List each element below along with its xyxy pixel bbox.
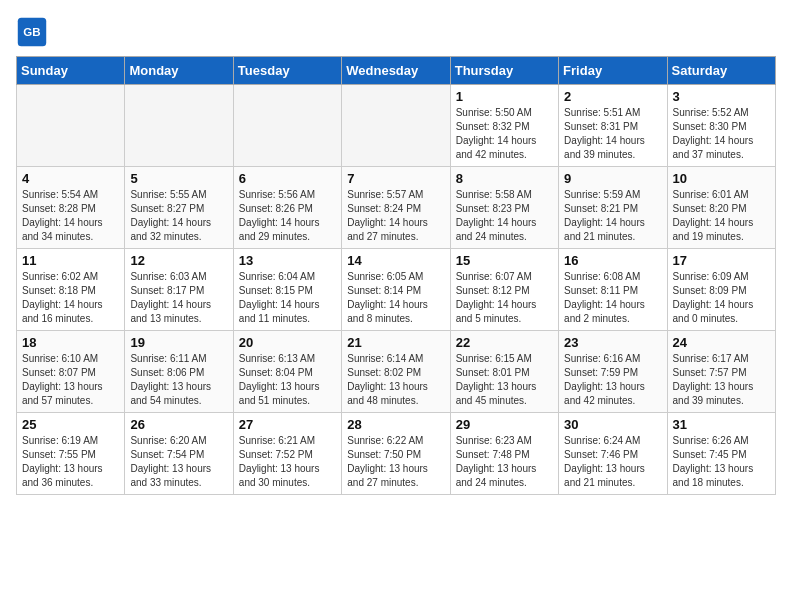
day-info: Sunrise: 5:57 AMSunset: 8:24 PMDaylight:… [347, 188, 444, 244]
week-row-1: 4Sunrise: 5:54 AMSunset: 8:28 PMDaylight… [17, 167, 776, 249]
day-number: 2 [564, 89, 661, 104]
day-info: Sunrise: 6:16 AMSunset: 7:59 PMDaylight:… [564, 352, 661, 408]
calendar-cell: 30Sunrise: 6:24 AMSunset: 7:46 PMDayligh… [559, 413, 667, 495]
day-info: Sunrise: 6:24 AMSunset: 7:46 PMDaylight:… [564, 434, 661, 490]
calendar-cell: 21Sunrise: 6:14 AMSunset: 8:02 PMDayligh… [342, 331, 450, 413]
day-info: Sunrise: 6:01 AMSunset: 8:20 PMDaylight:… [673, 188, 770, 244]
calendar-cell: 7Sunrise: 5:57 AMSunset: 8:24 PMDaylight… [342, 167, 450, 249]
day-number: 14 [347, 253, 444, 268]
calendar-cell [233, 85, 341, 167]
day-number: 1 [456, 89, 553, 104]
calendar-cell: 12Sunrise: 6:03 AMSunset: 8:17 PMDayligh… [125, 249, 233, 331]
day-info: Sunrise: 6:04 AMSunset: 8:15 PMDaylight:… [239, 270, 336, 326]
calendar-cell: 25Sunrise: 6:19 AMSunset: 7:55 PMDayligh… [17, 413, 125, 495]
weekday-wednesday: Wednesday [342, 57, 450, 85]
day-number: 23 [564, 335, 661, 350]
calendar-cell: 20Sunrise: 6:13 AMSunset: 8:04 PMDayligh… [233, 331, 341, 413]
weekday-thursday: Thursday [450, 57, 558, 85]
day-info: Sunrise: 5:50 AMSunset: 8:32 PMDaylight:… [456, 106, 553, 162]
day-number: 3 [673, 89, 770, 104]
day-number: 31 [673, 417, 770, 432]
calendar-cell: 11Sunrise: 6:02 AMSunset: 8:18 PMDayligh… [17, 249, 125, 331]
week-row-3: 18Sunrise: 6:10 AMSunset: 8:07 PMDayligh… [17, 331, 776, 413]
day-number: 17 [673, 253, 770, 268]
day-number: 15 [456, 253, 553, 268]
day-info: Sunrise: 5:59 AMSunset: 8:21 PMDaylight:… [564, 188, 661, 244]
calendar: SundayMondayTuesdayWednesdayThursdayFrid… [16, 56, 776, 495]
calendar-cell: 18Sunrise: 6:10 AMSunset: 8:07 PMDayligh… [17, 331, 125, 413]
day-number: 9 [564, 171, 661, 186]
weekday-tuesday: Tuesday [233, 57, 341, 85]
day-info: Sunrise: 6:09 AMSunset: 8:09 PMDaylight:… [673, 270, 770, 326]
logo: GB [16, 16, 52, 48]
day-number: 21 [347, 335, 444, 350]
day-number: 4 [22, 171, 119, 186]
weekday-friday: Friday [559, 57, 667, 85]
day-info: Sunrise: 5:52 AMSunset: 8:30 PMDaylight:… [673, 106, 770, 162]
day-number: 24 [673, 335, 770, 350]
day-number: 16 [564, 253, 661, 268]
weekday-header: SundayMondayTuesdayWednesdayThursdayFrid… [17, 57, 776, 85]
day-number: 5 [130, 171, 227, 186]
week-row-4: 25Sunrise: 6:19 AMSunset: 7:55 PMDayligh… [17, 413, 776, 495]
day-info: Sunrise: 5:54 AMSunset: 8:28 PMDaylight:… [22, 188, 119, 244]
day-info: Sunrise: 5:51 AMSunset: 8:31 PMDaylight:… [564, 106, 661, 162]
calendar-cell: 23Sunrise: 6:16 AMSunset: 7:59 PMDayligh… [559, 331, 667, 413]
day-number: 8 [456, 171, 553, 186]
calendar-cell: 9Sunrise: 5:59 AMSunset: 8:21 PMDaylight… [559, 167, 667, 249]
calendar-cell: 13Sunrise: 6:04 AMSunset: 8:15 PMDayligh… [233, 249, 341, 331]
calendar-cell [125, 85, 233, 167]
weekday-sunday: Sunday [17, 57, 125, 85]
day-info: Sunrise: 6:07 AMSunset: 8:12 PMDaylight:… [456, 270, 553, 326]
week-row-0: 1Sunrise: 5:50 AMSunset: 8:32 PMDaylight… [17, 85, 776, 167]
day-info: Sunrise: 6:11 AMSunset: 8:06 PMDaylight:… [130, 352, 227, 408]
day-info: Sunrise: 5:56 AMSunset: 8:26 PMDaylight:… [239, 188, 336, 244]
calendar-body: 1Sunrise: 5:50 AMSunset: 8:32 PMDaylight… [17, 85, 776, 495]
calendar-cell: 10Sunrise: 6:01 AMSunset: 8:20 PMDayligh… [667, 167, 775, 249]
day-number: 19 [130, 335, 227, 350]
calendar-cell: 24Sunrise: 6:17 AMSunset: 7:57 PMDayligh… [667, 331, 775, 413]
calendar-cell: 1Sunrise: 5:50 AMSunset: 8:32 PMDaylight… [450, 85, 558, 167]
day-info: Sunrise: 6:21 AMSunset: 7:52 PMDaylight:… [239, 434, 336, 490]
calendar-cell: 22Sunrise: 6:15 AMSunset: 8:01 PMDayligh… [450, 331, 558, 413]
day-info: Sunrise: 6:02 AMSunset: 8:18 PMDaylight:… [22, 270, 119, 326]
header: GB [16, 16, 776, 48]
calendar-cell: 27Sunrise: 6:21 AMSunset: 7:52 PMDayligh… [233, 413, 341, 495]
day-info: Sunrise: 6:10 AMSunset: 8:07 PMDaylight:… [22, 352, 119, 408]
day-info: Sunrise: 5:58 AMSunset: 8:23 PMDaylight:… [456, 188, 553, 244]
day-number: 13 [239, 253, 336, 268]
day-number: 22 [456, 335, 553, 350]
day-number: 11 [22, 253, 119, 268]
weekday-saturday: Saturday [667, 57, 775, 85]
day-number: 27 [239, 417, 336, 432]
calendar-cell: 17Sunrise: 6:09 AMSunset: 8:09 PMDayligh… [667, 249, 775, 331]
day-info: Sunrise: 5:55 AMSunset: 8:27 PMDaylight:… [130, 188, 227, 244]
calendar-cell: 31Sunrise: 6:26 AMSunset: 7:45 PMDayligh… [667, 413, 775, 495]
calendar-cell [17, 85, 125, 167]
calendar-cell: 3Sunrise: 5:52 AMSunset: 8:30 PMDaylight… [667, 85, 775, 167]
day-info: Sunrise: 6:22 AMSunset: 7:50 PMDaylight:… [347, 434, 444, 490]
week-row-2: 11Sunrise: 6:02 AMSunset: 8:18 PMDayligh… [17, 249, 776, 331]
day-number: 28 [347, 417, 444, 432]
day-info: Sunrise: 6:13 AMSunset: 8:04 PMDaylight:… [239, 352, 336, 408]
day-info: Sunrise: 6:23 AMSunset: 7:48 PMDaylight:… [456, 434, 553, 490]
calendar-cell [342, 85, 450, 167]
day-info: Sunrise: 6:08 AMSunset: 8:11 PMDaylight:… [564, 270, 661, 326]
calendar-cell: 29Sunrise: 6:23 AMSunset: 7:48 PMDayligh… [450, 413, 558, 495]
day-info: Sunrise: 6:15 AMSunset: 8:01 PMDaylight:… [456, 352, 553, 408]
calendar-cell: 28Sunrise: 6:22 AMSunset: 7:50 PMDayligh… [342, 413, 450, 495]
day-number: 25 [22, 417, 119, 432]
day-info: Sunrise: 6:26 AMSunset: 7:45 PMDaylight:… [673, 434, 770, 490]
calendar-cell: 15Sunrise: 6:07 AMSunset: 8:12 PMDayligh… [450, 249, 558, 331]
day-info: Sunrise: 6:19 AMSunset: 7:55 PMDaylight:… [22, 434, 119, 490]
day-number: 26 [130, 417, 227, 432]
calendar-cell: 8Sunrise: 5:58 AMSunset: 8:23 PMDaylight… [450, 167, 558, 249]
calendar-cell: 4Sunrise: 5:54 AMSunset: 8:28 PMDaylight… [17, 167, 125, 249]
day-info: Sunrise: 6:05 AMSunset: 8:14 PMDaylight:… [347, 270, 444, 326]
day-info: Sunrise: 6:14 AMSunset: 8:02 PMDaylight:… [347, 352, 444, 408]
day-info: Sunrise: 6:20 AMSunset: 7:54 PMDaylight:… [130, 434, 227, 490]
calendar-cell: 16Sunrise: 6:08 AMSunset: 8:11 PMDayligh… [559, 249, 667, 331]
calendar-cell: 26Sunrise: 6:20 AMSunset: 7:54 PMDayligh… [125, 413, 233, 495]
day-number: 7 [347, 171, 444, 186]
calendar-cell: 19Sunrise: 6:11 AMSunset: 8:06 PMDayligh… [125, 331, 233, 413]
